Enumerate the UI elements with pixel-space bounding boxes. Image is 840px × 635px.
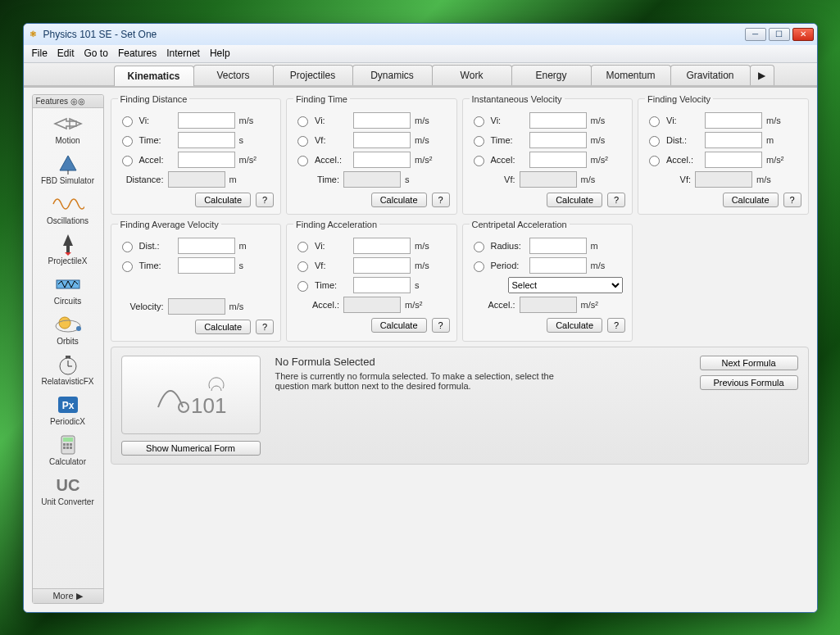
sidebar-item-relatavisticfx[interactable]: RelatavisticFX (33, 349, 103, 389)
row-radio[interactable] (474, 261, 484, 272)
tab-projectiles[interactable]: Projectiles (273, 65, 353, 85)
tab-dynamics[interactable]: Dynamics (352, 65, 433, 85)
panel-title: Finding Acceleration (293, 220, 379, 229)
sidebar-item-circuits[interactable]: Circuits (33, 269, 103, 309)
row-radio[interactable] (297, 136, 308, 147)
sidebar-item-periodicx[interactable]: PxPeriodicX (33, 389, 103, 429)
tab-vectors[interactable]: Vectors (193, 65, 274, 85)
unit-label: m/s (591, 116, 615, 125)
row-radio[interactable] (474, 116, 484, 127)
calculate-button[interactable]: Calculate (723, 193, 779, 207)
unit-label: m/s (239, 116, 264, 125)
help-button[interactable]: ? (607, 318, 625, 333)
menu-file[interactable]: File (32, 48, 48, 59)
sidebar-item-projectilex[interactable]: ProjectileX (33, 229, 103, 269)
tab-more[interactable]: ▶ (750, 65, 774, 85)
tab-work[interactable]: Work (432, 65, 512, 85)
calculate-button[interactable]: Calculate (371, 193, 427, 207)
tab-gravitation[interactable]: Gravitation (670, 65, 751, 85)
menu-help[interactable]: Help (210, 48, 230, 59)
input-field[interactable] (705, 152, 762, 168)
input-field[interactable] (178, 257, 235, 274)
sidebar-more[interactable]: More ▶ (33, 588, 103, 603)
help-button[interactable]: ? (256, 193, 274, 207)
row-radio[interactable] (122, 261, 133, 272)
tab-energy[interactable]: Energy (511, 65, 592, 85)
input-field[interactable] (353, 277, 411, 293)
input-field[interactable] (353, 238, 411, 254)
input-field[interactable] (529, 112, 587, 129)
calculate-button[interactable]: Calculate (195, 193, 251, 207)
unit-label: m/s (591, 135, 615, 145)
row-label: Accel.: (293, 300, 339, 310)
input-field[interactable] (705, 132, 762, 148)
input-field[interactable] (353, 132, 411, 148)
input-field[interactable] (705, 112, 762, 129)
sidebar-item-oscillations[interactable]: Oscillations (33, 188, 103, 229)
row-radio[interactable] (474, 136, 484, 147)
input-field[interactable] (529, 257, 587, 274)
sidebar-item-calculator[interactable]: Calculator (33, 429, 103, 469)
sidebar-item-unit-converter[interactable]: UCUnit Converter (33, 469, 103, 510)
sidebar-item-motion[interactable]: Motion (33, 108, 103, 148)
show-numerical-button[interactable]: Show Numerical Form (121, 441, 261, 456)
unit-label: m/s² (239, 155, 264, 165)
row-label: Time: (139, 135, 174, 145)
row-radio[interactable] (297, 156, 308, 166)
row-radio[interactable] (297, 281, 308, 292)
maximize-button[interactable]: ☐ (769, 28, 790, 41)
help-button[interactable]: ? (783, 193, 801, 207)
sidebar-item-fbd-simulator[interactable]: FBD Simulator (33, 148, 103, 188)
row-radio[interactable] (649, 116, 660, 127)
row-radio[interactable] (297, 261, 308, 272)
menu-internet[interactable]: Internet (166, 48, 200, 59)
input-field[interactable] (529, 132, 587, 148)
row-radio[interactable] (649, 136, 660, 147)
calculate-button[interactable]: Calculate (547, 318, 602, 333)
next-formula-button[interactable]: Next Formula (700, 356, 798, 370)
menu-goto[interactable]: Go to (84, 48, 108, 59)
previous-formula-button[interactable]: Previous Formula (700, 375, 798, 390)
svg-point-21 (179, 402, 188, 412)
row-radio[interactable] (122, 136, 133, 147)
minimize-button[interactable]: ─ (745, 28, 766, 41)
help-button[interactable]: ? (432, 193, 450, 207)
calculate-button[interactable]: Calculate (547, 193, 602, 207)
tab-kinematics[interactable]: Kinematics (114, 66, 194, 86)
row-radio[interactable] (122, 116, 133, 127)
select-input[interactable]: Select (508, 277, 623, 293)
input-field[interactable] (529, 238, 587, 254)
svg-rect-16 (70, 443, 72, 446)
row-radio[interactable] (122, 242, 133, 252)
unit-label: m/s (591, 261, 615, 270)
row-radio[interactable] (297, 242, 308, 252)
input-field[interactable] (353, 257, 411, 274)
input-field[interactable] (353, 152, 411, 168)
sidebar-item-orbits[interactable]: Orbits (33, 309, 103, 349)
input-field[interactable] (178, 152, 235, 168)
input-field[interactable] (178, 132, 235, 148)
row-radio[interactable] (297, 116, 308, 127)
input-field[interactable] (178, 238, 235, 254)
help-button[interactable]: ? (256, 320, 274, 334)
features-sidebar: Features ◎◎ MotionFBD SimulatorOscillati… (32, 94, 104, 604)
menu-edit[interactable]: Edit (57, 48, 75, 59)
calculate-button[interactable]: Calculate (195, 320, 251, 334)
input-field[interactable] (178, 112, 235, 129)
output-field (520, 297, 577, 313)
panel-finding-acceleration: Finding AccelerationVi:m/sVf:m/sTime:sAc… (286, 220, 457, 342)
row-radio[interactable] (474, 242, 484, 252)
row-radio[interactable] (649, 156, 660, 166)
tab-momentum[interactable]: Momentum (591, 65, 671, 85)
unit-label: m/s² (591, 155, 615, 165)
calculate-button[interactable]: Calculate (371, 318, 427, 333)
help-button[interactable]: ? (607, 193, 625, 207)
svg-rect-14 (63, 443, 66, 446)
row-radio[interactable] (474, 156, 484, 166)
input-field[interactable] (529, 152, 587, 168)
row-radio[interactable] (122, 156, 133, 166)
close-button[interactable]: ✕ (792, 28, 814, 41)
input-field[interactable] (353, 112, 411, 129)
help-button[interactable]: ? (432, 318, 450, 333)
menu-features[interactable]: Features (118, 48, 157, 59)
